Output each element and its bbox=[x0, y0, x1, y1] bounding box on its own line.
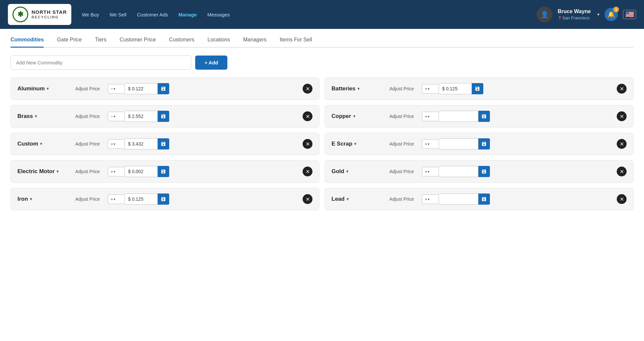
avatar: 👤 bbox=[537, 7, 552, 22]
commodity-expand-icon: ▾ bbox=[353, 114, 355, 119]
save-price-button[interactable] bbox=[158, 193, 169, 205]
tab-commodities[interactable]: Commodities bbox=[11, 37, 44, 48]
commodity-name[interactable]: Batteries ▾ bbox=[332, 85, 384, 92]
tab-tiers[interactable]: Tiers bbox=[95, 37, 106, 48]
commodity-name[interactable]: Custom ▾ bbox=[17, 141, 70, 147]
commodity-card: Lead ▾ Adjust Price + ▾ ✕ bbox=[325, 188, 633, 210]
save-icon bbox=[482, 169, 486, 174]
commodity-name[interactable]: Copper ▾ bbox=[332, 113, 384, 120]
remove-commodity-button[interactable]: ✕ bbox=[303, 84, 312, 94]
remove-icon: ✕ bbox=[620, 86, 624, 92]
save-icon bbox=[482, 142, 486, 146]
sign-select[interactable]: + ▾ bbox=[108, 139, 125, 149]
price-group: + ▾ bbox=[108, 193, 169, 205]
price-input[interactable] bbox=[125, 111, 158, 122]
commodity-card: Electric Motor ▾ Adjust Price + ▾ ✕ bbox=[11, 160, 319, 183]
price-input[interactable] bbox=[125, 193, 158, 205]
tab-items-for-sell[interactable]: Items For Sell bbox=[280, 37, 312, 48]
save-icon bbox=[482, 114, 486, 119]
commodity-name[interactable]: Iron ▾ bbox=[17, 196, 70, 202]
commodity-name[interactable]: Aluminum ▾ bbox=[17, 85, 70, 92]
price-input[interactable] bbox=[439, 83, 472, 94]
save-icon bbox=[161, 197, 166, 201]
commodity-name[interactable]: Electric Motor ▾ bbox=[17, 168, 70, 175]
add-commodity-button[interactable]: + Add bbox=[195, 56, 227, 70]
commodity-name[interactable]: Brass ▾ bbox=[17, 113, 70, 120]
commodity-name[interactable]: E Scrap ▾ bbox=[332, 141, 384, 147]
sign-select[interactable]: + ▾ bbox=[422, 112, 439, 121]
adjust-price-label: Adjust Price bbox=[75, 141, 100, 147]
tab-locations[interactable]: Locations bbox=[208, 37, 230, 48]
remove-commodity-button[interactable]: ✕ bbox=[303, 111, 312, 121]
tab-managers[interactable]: Managers bbox=[243, 37, 266, 48]
save-price-button[interactable] bbox=[478, 111, 490, 122]
save-price-button[interactable] bbox=[478, 138, 490, 149]
remove-commodity-button[interactable]: ✕ bbox=[617, 111, 627, 121]
remove-commodity-button[interactable]: ✕ bbox=[617, 139, 627, 149]
price-input[interactable] bbox=[439, 111, 478, 122]
user-info: Bruce Wayne San Francisco bbox=[558, 8, 591, 21]
remove-commodity-button[interactable]: ✕ bbox=[303, 194, 312, 204]
remove-commodity-button[interactable]: ✕ bbox=[617, 167, 627, 176]
price-input[interactable] bbox=[439, 138, 478, 149]
sign-select[interactable]: + ▾ bbox=[108, 194, 125, 204]
commodity-expand-icon: ▾ bbox=[47, 86, 49, 91]
price-input[interactable] bbox=[125, 166, 158, 177]
adjust-price-label: Adjust Price bbox=[389, 196, 414, 202]
notifications-button[interactable]: 🔔 3 bbox=[605, 8, 618, 21]
save-icon bbox=[161, 114, 166, 119]
price-controls: + ▾ bbox=[422, 138, 609, 149]
sign-select[interactable]: + ▾ bbox=[422, 194, 439, 204]
commodity-card: Gold ▾ Adjust Price + ▾ ✕ bbox=[325, 160, 633, 183]
nav-link-we-buy[interactable]: We Buy bbox=[82, 11, 99, 19]
user-chevron-icon[interactable]: ▾ bbox=[597, 12, 599, 17]
save-price-button[interactable] bbox=[472, 83, 483, 94]
save-icon bbox=[161, 169, 166, 174]
nav-link-customer-ads[interactable]: Customer Ads bbox=[137, 11, 168, 19]
sign-select[interactable]: + ▾ bbox=[422, 167, 439, 176]
sign-select[interactable]: − ▾ bbox=[108, 84, 125, 94]
price-controls: + ▾ bbox=[422, 111, 609, 122]
sign-select[interactable]: + ▾ bbox=[422, 139, 439, 149]
commodity-name[interactable]: Gold ▾ bbox=[332, 168, 384, 175]
remove-commodity-button[interactable]: ✕ bbox=[303, 167, 312, 176]
tab-gate-price[interactable]: Gate Price bbox=[57, 37, 82, 48]
nav-link-messages[interactable]: Messages bbox=[207, 11, 230, 19]
price-group: − ▾ bbox=[108, 111, 169, 122]
price-input[interactable] bbox=[125, 83, 158, 94]
commodity-name[interactable]: Lead ▾ bbox=[332, 196, 384, 202]
adjust-price-label: Adjust Price bbox=[75, 114, 100, 119]
price-group: + ▾ bbox=[422, 166, 490, 177]
tab-customer-price[interactable]: Customer Price bbox=[120, 37, 156, 48]
commodity-expand-icon: ▾ bbox=[347, 197, 349, 201]
commodity-expand-icon: ▾ bbox=[35, 114, 37, 119]
sign-select[interactable]: + ▾ bbox=[108, 167, 125, 176]
commodity-card: Batteries ▾ Adjust Price + ▾ ✕ bbox=[325, 78, 633, 100]
remove-icon: ✕ bbox=[306, 86, 310, 92]
remove-commodity-button[interactable]: ✕ bbox=[617, 84, 627, 94]
remove-commodity-button[interactable]: ✕ bbox=[303, 139, 312, 149]
save-price-button[interactable] bbox=[158, 111, 169, 122]
adjust-price-label: Adjust Price bbox=[389, 86, 414, 91]
tab-customers[interactable]: Customers bbox=[169, 37, 194, 48]
language-flag-button[interactable]: 🇺🇸 bbox=[623, 10, 636, 19]
price-input[interactable] bbox=[439, 193, 478, 205]
logo-line2: RECYCLING bbox=[32, 15, 67, 19]
commodity-card: E Scrap ▾ Adjust Price + ▾ ✕ bbox=[325, 133, 633, 155]
nav-link-we-sell[interactable]: We Sell bbox=[109, 11, 126, 19]
save-price-button[interactable] bbox=[478, 166, 490, 177]
save-price-button[interactable] bbox=[158, 166, 169, 177]
sign-select[interactable]: + ▾ bbox=[422, 84, 439, 94]
save-price-button[interactable] bbox=[158, 83, 169, 94]
adjust-price-label: Adjust Price bbox=[75, 169, 100, 174]
sign-select[interactable]: − ▾ bbox=[108, 112, 125, 121]
save-price-button[interactable] bbox=[158, 138, 169, 149]
add-commodity-input[interactable] bbox=[11, 56, 191, 70]
save-price-button[interactable] bbox=[478, 193, 490, 205]
remove-icon: ✕ bbox=[620, 141, 624, 147]
remove-commodity-button[interactable]: ✕ bbox=[617, 194, 627, 204]
price-input[interactable] bbox=[439, 166, 478, 177]
nav-link-manage[interactable]: Manage bbox=[178, 11, 197, 19]
price-input[interactable] bbox=[125, 138, 158, 149]
price-group: + ▾ bbox=[108, 166, 169, 177]
